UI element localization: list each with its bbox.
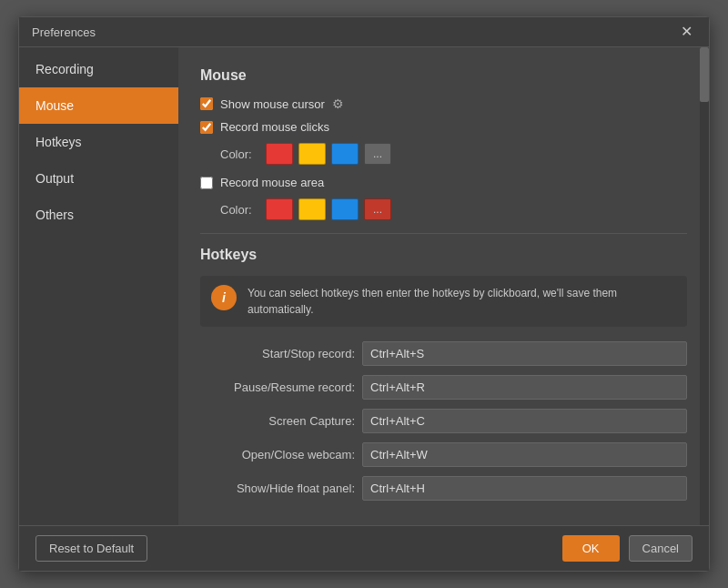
reset-button[interactable]: Reset to Default [35, 535, 147, 562]
clicks-color-row: Color: ... [220, 143, 687, 165]
sidebar-item-mouse[interactable]: Mouse [19, 87, 178, 124]
clicks-color-blue[interactable] [331, 143, 359, 165]
clicks-color-more[interactable]: ... [364, 143, 391, 165]
close-button[interactable]: ✕ [677, 25, 696, 39]
clicks-color-red[interactable] [266, 143, 293, 165]
sidebar: Recording Mouse Hotkeys Output Others [19, 47, 178, 525]
hotkey-input-screen-capture[interactable] [362, 409, 687, 433]
preferences-dialog: Preferences ✕ Recording Mouse Hotkeys Ou… [18, 16, 710, 572]
hotkey-label-pause-resume: Pause/Resume record: [200, 380, 355, 394]
record-clicks-label: Record mouse clicks [220, 120, 329, 134]
sidebar-item-output[interactable]: Output [19, 160, 178, 197]
hotkey-label-show-hide-panel: Show/Hide float panel: [200, 482, 355, 495]
record-area-row: Record mouse area [200, 176, 687, 189]
hotkey-input-start-stop[interactable] [362, 341, 687, 366]
area-color-blue[interactable] [331, 198, 359, 220]
clicks-color-label: Color: [220, 147, 257, 161]
record-area-checkbox[interactable] [200, 177, 213, 189]
hotkey-label-screen-capture: Screen Capture: [200, 414, 355, 428]
record-clicks-row: Record mouse clicks [200, 120, 687, 134]
scrollbar-thumb[interactable] [700, 47, 709, 102]
hotkey-row-screen-capture: Screen Capture: [200, 409, 687, 433]
hotkey-row-open-close-webcam: Open/Close webcam: [200, 442, 687, 467]
hotkey-row-start-stop: Start/Stop record: [200, 341, 687, 366]
sidebar-item-hotkeys[interactable]: Hotkeys [19, 124, 178, 160]
area-color-red[interactable] [266, 198, 293, 220]
area-color-more[interactable]: ... [364, 198, 391, 220]
sidebar-item-others[interactable]: Others [19, 197, 178, 233]
cancel-button[interactable]: Cancel [629, 535, 693, 562]
content-area: Mouse Show mouse cursor ⚙ Record mouse c… [178, 47, 709, 525]
record-clicks-checkbox[interactable] [200, 121, 213, 134]
area-color-row: Color: ... [220, 198, 687, 220]
dialog-title: Preferences [32, 25, 96, 39]
hotkey-input-pause-resume[interactable] [362, 375, 687, 400]
dialog-footer: Reset to Default OK Cancel [19, 525, 709, 571]
hotkey-label-open-close-webcam: Open/Close webcam: [200, 448, 355, 461]
mouse-section-title: Mouse [200, 67, 687, 84]
gear-icon[interactable]: ⚙ [332, 96, 344, 111]
show-cursor-label: Show mouse cursor [220, 97, 325, 111]
ok-button[interactable]: OK [562, 535, 620, 562]
info-icon: i [211, 285, 237, 310]
hotkey-row-pause-resume: Pause/Resume record: [200, 375, 687, 400]
hotkey-label-start-stop: Start/Stop record: [200, 347, 355, 360]
title-bar: Preferences ✕ [19, 17, 709, 47]
area-color-yellow[interactable] [298, 198, 326, 220]
footer-right: OK Cancel [562, 535, 693, 562]
hotkeys-info-box: i You can select hotkeys then enter the … [200, 276, 687, 327]
hotkey-row-show-hide-panel: Show/Hide float panel: [200, 476, 687, 501]
hotkey-input-open-close-webcam[interactable] [362, 442, 687, 467]
clicks-color-yellow[interactable] [298, 143, 326, 165]
section-divider [200, 233, 687, 234]
show-cursor-row: Show mouse cursor ⚙ [200, 96, 687, 111]
scrollbar-track [700, 47, 709, 525]
hotkey-input-show-hide-panel[interactable] [362, 476, 687, 501]
dialog-body: Recording Mouse Hotkeys Output Others Mo… [19, 47, 709, 525]
hotkeys-info-text: You can select hotkeys then enter the ho… [248, 285, 676, 318]
show-cursor-checkbox[interactable] [200, 97, 213, 110]
hotkeys-section-title: Hotkeys [200, 247, 687, 263]
record-area-label: Record mouse area [220, 176, 324, 189]
area-color-label: Color: [220, 203, 257, 217]
sidebar-item-recording[interactable]: Recording [19, 51, 178, 87]
